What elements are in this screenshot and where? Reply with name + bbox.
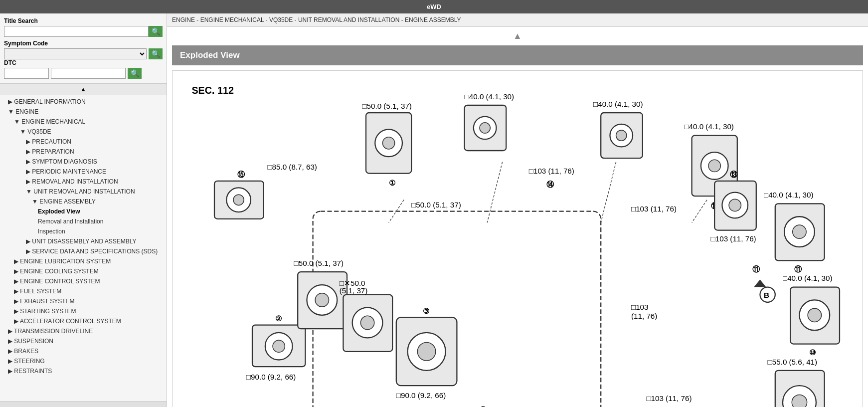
symptom-code-label: Symptom Code — [4, 40, 163, 47]
mount-topcenter: □50.0 (5.1, 37) ① — [362, 102, 412, 187]
mount-right-mid: □40.0 (4.1, 30) ⑩ — [783, 274, 840, 357]
tree-item-26[interactable]: ▶ BRAKES — [0, 346, 167, 356]
tree-item-8[interactable]: ▶ PERIODIC MAINTENANCE — [0, 167, 167, 177]
title-search-button[interactable]: 🔍 — [149, 26, 163, 37]
tree-item-20[interactable]: ▶ FUEL SYSTEM — [0, 286, 167, 296]
tree-item-22[interactable]: ▶ STARTING SYSTEM — [0, 306, 167, 316]
tree-item-7[interactable]: ▶ SYMPTOM DIAGNOSIS — [0, 157, 167, 167]
svg-point-9 — [233, 195, 244, 205]
tree-item-23[interactable]: ▶ ACCELERATOR CONTROL SYSTEM — [0, 316, 167, 326]
svg-marker-97 — [754, 279, 766, 287]
svg-text:(5.1, 37): (5.1, 37) — [340, 286, 368, 295]
svg-point-4 — [273, 340, 285, 352]
tree-item-5[interactable]: ▶ PRECAUTION — [0, 137, 167, 147]
navigation-tree: ▶ GENERAL INFORMATION▼ ENGINE▼ ENGINE ME… — [0, 95, 167, 401]
svg-text:□103 (11, 76): □103 (11, 76) — [646, 394, 692, 403]
dtc-label: DTC — [4, 59, 163, 66]
svg-point-78 — [729, 199, 741, 211]
svg-text:□40.0 (4.1, 30): □40.0 (4.1, 30) — [783, 274, 833, 282]
search-icon: 🔍 — [152, 27, 160, 35]
symptom-code-select[interactable] — [4, 48, 147, 59]
svg-text:□103: □103 — [631, 303, 649, 311]
tree-item-25[interactable]: ▶ SUSPENSION — [0, 336, 167, 346]
svg-point-14 — [382, 137, 394, 149]
exploded-view-diagram: SEC. 112 □90.0 (9.2, 66) ② — [176, 75, 859, 407]
svg-point-52 — [315, 293, 329, 307]
tree-item-10[interactable]: ▼ UNIT REMOVAL AND INSTALLATION — [0, 187, 167, 197]
svg-text:□103 (11, 76): □103 (11, 76) — [711, 234, 756, 243]
mount-upper-bracket-13: ⑬ □103 (11, 76) — [711, 170, 756, 243]
svg-text:□90.0 (9.2, 66): □90.0 (9.2, 66) — [246, 373, 296, 381]
svg-text:□103 (11, 76): □103 (11, 76) — [631, 204, 677, 213]
mount-right-upper: □40.0 (4.1, 30) ⑪ — [764, 191, 825, 273]
svg-text:⑪: ⑪ — [752, 265, 760, 273]
symptom-search-button[interactable]: 🔍 — [149, 48, 163, 59]
svg-point-32 — [793, 225, 806, 238]
dtc-input-2[interactable] — [51, 68, 126, 79]
svg-text:□103 (11, 76): □103 (11, 76) — [529, 167, 574, 175]
tree-item-2[interactable]: ▼ ENGINE — [0, 107, 167, 117]
title-search-input[interactable] — [4, 26, 149, 37]
tree-item-24[interactable]: ▶ TRANSMISSION DRIVELINE — [0, 326, 167, 336]
tree-item-18[interactable]: ▶ ENGINE COOLING SYSTEM — [0, 266, 167, 276]
svg-text:⑭: ⑭ — [546, 180, 554, 189]
scroll-up-button[interactable]: ▲ — [167, 27, 868, 43]
tree-item-17[interactable]: ▶ ENGINE LUBRICATION SYSTEM — [0, 256, 167, 266]
tree-item-28[interactable]: ▶ RESTRAINTS — [0, 366, 167, 376]
breadcrumb: ENGINE - ENGINE MECHANICAL - VQ35DE - UN… — [167, 13, 868, 27]
svg-text:⑮: ⑮ — [237, 170, 245, 179]
collapse-sidebar-button[interactable] — [0, 83, 167, 95]
svg-text:□50.0 (5.1, 37): □50.0 (5.1, 37) — [294, 259, 344, 267]
app-title: eWD — [427, 3, 441, 10]
svg-text:②: ② — [275, 314, 282, 323]
mount-topright1: □40.0 (4.1, 30) — [593, 100, 643, 158]
tree-item-1[interactable]: ▶ GENERAL INFORMATION — [0, 97, 167, 107]
tree-item-11[interactable]: ▼ ENGINE ASSEMBLY — [0, 197, 167, 206]
tree-item-9[interactable]: ▶ REMOVAL AND INSTALLATION — [0, 177, 167, 187]
svg-text:□40.0 (4.1, 30): □40.0 (4.1, 30) — [764, 191, 814, 199]
tree-item-3[interactable]: ▼ ENGINE MECHANICAL — [0, 117, 167, 127]
svg-point-27 — [708, 160, 720, 172]
title-search-row: 🔍 — [4, 26, 163, 37]
mount-bottom-center: ④ □40.0 (4.1, 30) — [449, 405, 510, 407]
dtc-row: 🔍 — [4, 68, 163, 79]
tree-item-4[interactable]: ▼ VQ35DE — [0, 127, 167, 137]
content-area: ENGINE - ENGINE MECHANICAL - VQ35DE - UN… — [167, 13, 868, 407]
engine-center-mount: ③ □90.0 (9.2, 66) — [396, 307, 457, 400]
bolt-top-14: □103 (11, 76) ⑭ — [529, 167, 574, 189]
horizontal-scrollbar[interactable] — [0, 401, 167, 407]
tree-item-15[interactable]: ▶ UNIT DISASSEMBLY AND ASSEMBLY — [0, 236, 167, 246]
svg-text:□40.0 (4.1, 30): □40.0 (4.1, 30) — [684, 122, 734, 131]
svg-point-61 — [417, 343, 435, 361]
mount-topleft: □85.0 (8.7, 63) ⑮ — [214, 163, 317, 219]
torque-mount-top: □40.0 (4.1, 30) — [465, 92, 515, 151]
dtc-input-1[interactable] — [4, 68, 49, 79]
svg-text:□90.0 (9.2, 66): □90.0 (9.2, 66) — [396, 391, 446, 400]
tree-item-13[interactable]: Removal and Installation — [0, 216, 167, 226]
svg-text:□85.0 (8.7, 63): □85.0 (8.7, 63) — [267, 163, 317, 171]
tree-item-19[interactable]: ▶ ENGINE CONTROL SYSTEM — [0, 276, 167, 286]
content-scroll[interactable]: ▲ Exploded View SEC. 112 — [167, 27, 868, 407]
tree-item-16[interactable]: ▶ SERVICE DATA AND SPECIFICATIONS (SDS) — [0, 246, 167, 256]
svg-text:SEC. 112: SEC. 112 — [191, 85, 234, 96]
dtc-search-button[interactable]: 🔍 — [128, 68, 142, 79]
tree-item-27[interactable]: ▶ STEERING — [0, 356, 167, 366]
tree-item-14[interactable]: Inspection — [0, 226, 167, 236]
svg-point-19 — [480, 123, 490, 133]
svg-text:B: B — [764, 291, 769, 299]
svg-line-88 — [692, 200, 707, 223]
tree-item-12[interactable]: Exploded View — [0, 206, 167, 216]
symptom-code-row: 🔍 — [4, 48, 163, 59]
tree-item-21[interactable]: ▶ EXHAUST SYSTEM — [0, 296, 167, 306]
svg-text:□40.0 (4.1, 30): □40.0 (4.1, 30) — [593, 100, 643, 108]
svg-text:(11, 76): (11, 76) — [631, 312, 657, 320]
svg-text:⑬: ⑬ — [730, 170, 738, 179]
mount-right-lower: □55.0 (5.6, 41) ⑨ — [768, 358, 825, 407]
sidebar: Title Search 🔍 Symptom Code 🔍 DTC — [0, 13, 167, 407]
svg-point-37 — [808, 308, 821, 322]
search-area: Title Search 🔍 Symptom Code 🔍 DTC — [0, 13, 167, 83]
tree-item-6[interactable]: ▶ PREPARATION — [0, 147, 167, 157]
search-icon-2: 🔍 — [152, 50, 160, 58]
svg-text:①: ① — [389, 179, 395, 187]
svg-text:③: ③ — [423, 307, 429, 315]
